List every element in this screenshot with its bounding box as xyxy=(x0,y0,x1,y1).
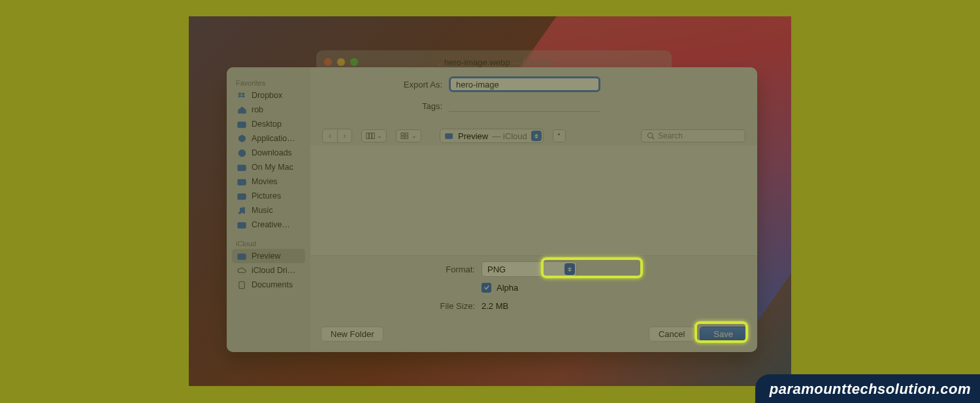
new-folder-button[interactable]: New Folder xyxy=(321,327,384,342)
export-main-panel: Export As: Tags: ‹ › ⌄ xyxy=(310,67,757,352)
forward-icon[interactable]: › xyxy=(337,129,351,142)
group-view-button[interactable]: ⌄ xyxy=(396,129,421,142)
alpha-checkbox[interactable] xyxy=(482,283,491,293)
svg-rect-4 xyxy=(238,193,246,199)
sidebar-section-favorites: Favorites xyxy=(232,76,305,88)
app-icon xyxy=(237,135,247,143)
sidebar-item-movies[interactable]: Movies xyxy=(232,174,305,189)
svg-rect-15 xyxy=(401,137,404,139)
filesize-label: File Size: xyxy=(310,301,482,311)
search-icon xyxy=(647,132,655,140)
folder-icon xyxy=(237,163,247,172)
alpha-row: Alpha xyxy=(310,280,757,295)
svg-rect-17 xyxy=(446,134,453,139)
sidebar-item-label: iCloud Dri… xyxy=(252,266,295,275)
sidebar-item-label: Preview xyxy=(252,251,280,261)
sidebar-item-icloud-drive[interactable]: iCloud Dri… xyxy=(232,263,305,278)
column-view-button[interactable]: ⌄ xyxy=(361,129,387,142)
sidebar-item-label: Applicatio… xyxy=(252,134,295,143)
sidebar-item-label: Pictures xyxy=(252,191,281,201)
sidebar-item-pictures[interactable]: Pictures xyxy=(232,189,305,203)
caret-down-icon: ⌄ xyxy=(412,133,417,139)
search-field[interactable]: Search xyxy=(641,129,745,142)
export-dialog: Favorites Dropbox rob Desktop Applicatio… xyxy=(227,67,757,352)
dialog-button-row: New Folder Cancel Save xyxy=(310,320,757,352)
sidebar-item-onmymac[interactable]: On My Mac xyxy=(232,160,305,174)
svg-rect-8 xyxy=(238,253,246,259)
caret-down-icon: ⌄ xyxy=(377,133,382,139)
nav-back-forward[interactable]: ‹ › xyxy=(322,129,352,143)
location-suffix: — iCloud xyxy=(492,131,527,141)
sidebar-section-icloud: iCloud xyxy=(232,237,305,249)
document-status: — Locked xyxy=(512,57,551,67)
sidebar-item-applications[interactable]: Applicatio… xyxy=(232,131,305,146)
cancel-button[interactable]: Cancel xyxy=(649,327,694,342)
stepper-icon xyxy=(564,263,575,275)
svg-rect-16 xyxy=(405,137,408,139)
tags-label: Tags: xyxy=(310,101,449,111)
svg-rect-3 xyxy=(238,179,246,184)
music-icon xyxy=(237,206,247,215)
format-select[interactable]: PNG xyxy=(482,261,577,277)
export-as-label: Export As: xyxy=(310,80,449,89)
search-placeholder: Search xyxy=(658,131,683,140)
document-name: hero-image.webp xyxy=(444,57,510,67)
filesize-value: 2.2 MB xyxy=(482,301,508,311)
download-icon xyxy=(237,149,247,157)
tags-input[interactable] xyxy=(449,100,600,112)
svg-rect-0 xyxy=(238,121,246,127)
stepper-icon xyxy=(531,131,542,141)
sidebar-item-desktop[interactable]: Desktop xyxy=(232,117,305,131)
document-icon xyxy=(237,281,247,289)
svg-rect-7 xyxy=(238,222,246,227)
sidebar-item-label: Documents xyxy=(252,280,293,289)
format-value: PNG xyxy=(487,265,506,274)
export-as-input[interactable] xyxy=(449,76,600,92)
export-top-fields: Export As: Tags: xyxy=(310,67,757,123)
sidebar-item-creative[interactable]: Creative… xyxy=(232,218,305,232)
format-options: Format: PNG Alpha File Size: 2.2 MB xyxy=(310,255,757,320)
sidebar-item-music[interactable]: Music xyxy=(232,203,305,218)
finder-sidebar: Favorites Dropbox rob Desktop Applicatio… xyxy=(227,67,310,352)
finder-toolbar: ‹ › ⌄ ⌄ Preview — iCloud ˄ xyxy=(310,126,757,146)
sidebar-item-documents[interactable]: Documents xyxy=(232,278,305,292)
save-button[interactable]: Save xyxy=(700,327,747,342)
folder-icon xyxy=(237,120,247,129)
svg-rect-13 xyxy=(401,133,404,136)
svg-rect-14 xyxy=(405,133,408,136)
svg-rect-9 xyxy=(239,282,244,288)
export-as-row: Export As: xyxy=(310,76,718,92)
sidebar-item-dropbox[interactable]: Dropbox xyxy=(232,88,305,103)
watermark-text: paramounttechsolution.com xyxy=(770,381,971,397)
sidebar-item-label: Downloads xyxy=(252,148,292,157)
format-label: Format: xyxy=(310,265,482,274)
dropbox-icon xyxy=(237,91,247,100)
sidebar-item-preview[interactable]: Preview xyxy=(232,249,305,263)
home-icon xyxy=(237,106,247,114)
sidebar-item-label: Desktop xyxy=(252,120,282,129)
svg-rect-2 xyxy=(238,165,246,170)
filesize-row: File Size: 2.2 MB xyxy=(310,298,757,314)
sidebar-item-downloads[interactable]: Downloads xyxy=(232,146,305,160)
svg-point-18 xyxy=(648,133,653,138)
location-popup[interactable]: Preview — iCloud xyxy=(440,129,544,143)
collapse-toggle[interactable]: ˄ xyxy=(553,129,566,142)
sidebar-item-label: Creative… xyxy=(252,220,290,229)
sidebar-item-label: rob xyxy=(252,105,263,114)
sidebar-item-home[interactable]: rob xyxy=(232,103,305,117)
svg-rect-10 xyxy=(367,133,369,139)
chevron-down-icon: ⌄ xyxy=(437,59,444,67)
window-title: ⌄ hero-image.webp — Locked xyxy=(316,57,672,67)
watermark: paramounttechsolution.com xyxy=(755,374,980,403)
alpha-label: Alpha xyxy=(497,283,518,293)
format-row: Format: PNG xyxy=(310,261,757,277)
sidebar-item-label: Music xyxy=(252,206,273,215)
file-browser-area[interactable] xyxy=(310,146,757,255)
folder-icon xyxy=(237,192,247,201)
sidebar-item-label: On My Mac xyxy=(252,163,293,172)
svg-rect-12 xyxy=(372,133,375,139)
location-folder-name: Preview xyxy=(458,131,488,141)
svg-point-5 xyxy=(238,212,240,214)
screenshot-region: ⌄ hero-image.webp — Locked Favorites Dro… xyxy=(189,16,791,386)
back-icon[interactable]: ‹ xyxy=(323,129,337,142)
